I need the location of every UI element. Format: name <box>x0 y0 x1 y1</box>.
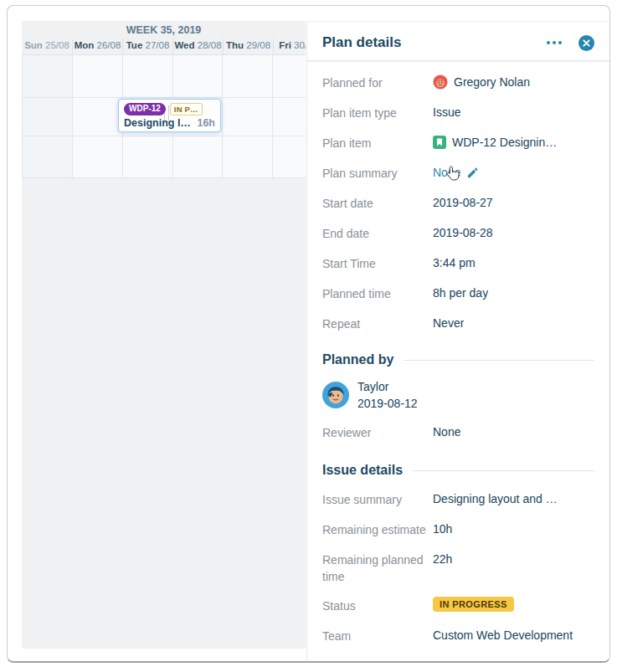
gregory-avatar <box>433 74 448 90</box>
field-remaining-estimate: Remaining estimate 10h <box>322 521 594 539</box>
planned-by-name: Taylor <box>357 378 418 395</box>
end-date-value: 2019-08-28 <box>433 224 493 241</box>
field-remaining-planned-time: Remaining planned time 22h <box>322 551 594 585</box>
day-header-fri: Fri 30/08 <box>273 38 306 54</box>
plan-details-panel: Plan details Planned for Gregory Nolan P… <box>306 21 609 662</box>
section-rule <box>413 470 594 471</box>
calendar-day-cell[interactable] <box>173 55 224 98</box>
field-planned-for: Planned for Gregory Nolan <box>322 74 594 92</box>
day-header-mon: Mon 26/08 <box>72 38 122 54</box>
calendar-day-cell[interactable] <box>23 98 73 136</box>
field-plan-item-type: Plan item type Issue <box>322 104 594 122</box>
field-reviewer: Reviewer None <box>322 423 594 442</box>
calendar-row-1 <box>22 54 306 98</box>
app-window: WEEK 35, 2019 Sun 25/08 Mon 26/08 Tue 27… <box>7 5 610 663</box>
planned-by-date: 2019-08-12 <box>357 395 418 412</box>
section-rule <box>404 360 594 361</box>
event-summary-row: Designing l… 16h <box>124 117 215 130</box>
field-repeat: Repeat Never <box>322 315 594 333</box>
story-icon <box>433 136 446 149</box>
plan-item-value[interactable]: WDP-12 Designin… <box>452 134 557 151</box>
calendar-day-cell[interactable] <box>173 136 224 178</box>
calendar-day-cell[interactable] <box>73 55 123 98</box>
panel-title: Plan details <box>322 34 545 51</box>
close-icon[interactable] <box>578 35 594 51</box>
plan-item-type-value: Issue <box>433 104 460 121</box>
field-plan-summary: Plan summary None <box>322 164 594 182</box>
field-end-date: End date 2019-08-28 <box>322 224 594 243</box>
team-value: Custom Web Development <box>433 627 573 644</box>
planned-time-value: 8h per day <box>433 285 488 301</box>
start-date-value: 2019-08-27 <box>433 194 493 211</box>
field-status: Status IN PROGRESS <box>322 597 594 615</box>
planned-by-section-heading: Planned by <box>322 351 594 368</box>
taylor-avatar <box>322 382 349 408</box>
calendar-row-3 <box>22 136 306 178</box>
calendar-day-cell[interactable] <box>273 136 306 178</box>
calendar-day-cell[interactable] <box>73 98 123 136</box>
day-header-thu: Thu 29/08 <box>223 38 273 54</box>
calendar-day-cell[interactable] <box>223 98 273 136</box>
event-summary: Designing l… <box>124 117 191 130</box>
planned-by-person: Taylor 2019-08-12 <box>322 378 594 412</box>
day-header-tue: Tue 27/08 <box>122 38 172 54</box>
header-divider <box>307 60 609 62</box>
status-badge: IN PROGRESS <box>433 597 514 612</box>
start-time-value: 3:44 pm <box>433 254 476 271</box>
week-title: WEEK 35, 2019 <box>22 21 306 36</box>
field-issue-summary: Issue summary Designing layout and … <box>322 490 594 509</box>
calendar-day-cell[interactable] <box>273 98 306 136</box>
event-status-badge: IN P… <box>170 103 203 115</box>
plan-summary-none-link[interactable]: None <box>433 164 460 181</box>
calendar-day-cell[interactable] <box>273 55 306 98</box>
remaining-estimate-value: 10h <box>433 521 452 537</box>
issue-summary-value: Designing layout and … <box>433 490 558 507</box>
event-hours: 16h <box>197 117 215 130</box>
planned-for-value: Gregory Nolan <box>454 74 530 90</box>
field-start-date: Start date 2019-08-27 <box>322 194 594 213</box>
field-planned-time: Planned time 8h per day <box>322 285 594 303</box>
field-plan-item: Plan item WDP-12 Designin… <box>322 134 594 152</box>
ellipsis-menu-icon[interactable] <box>545 38 563 48</box>
day-header-sun: Sun 25/08 <box>22 38 72 54</box>
panel-header: Plan details <box>322 33 594 52</box>
calendar-day-cell[interactable] <box>23 136 73 178</box>
pencil-icon[interactable] <box>466 167 479 179</box>
calendar-week-view: WEEK 35, 2019 Sun 25/08 Mon 26/08 Tue 27… <box>22 21 306 649</box>
field-team: Team Custom Web Development <box>322 627 594 645</box>
plan-event-card[interactable]: WDP-12 IN P… Designing l… 16h <box>118 99 221 132</box>
event-badges: WDP-12 IN P… <box>124 103 215 115</box>
calendar-day-cell[interactable] <box>123 55 173 98</box>
field-start-time: Start Time 3:44 pm <box>322 254 594 273</box>
calendar-day-cell[interactable] <box>123 136 173 178</box>
calendar-day-cell[interactable] <box>73 136 123 178</box>
calendar-day-cell[interactable] <box>223 55 273 98</box>
calendar-day-cell[interactable] <box>23 55 73 98</box>
calendar-day-cell[interactable] <box>223 136 273 178</box>
issue-details-section-heading: Issue details <box>322 462 594 479</box>
day-header-row: Sun 25/08 Mon 26/08 Tue 27/08 Wed 28/08 … <box>22 38 306 54</box>
remaining-planned-time-value: 22h <box>433 551 452 567</box>
repeat-value: Never <box>433 315 464 331</box>
day-header-wed: Wed 28/08 <box>172 38 223 54</box>
issue-key-badge: WDP-12 <box>124 103 166 115</box>
reviewer-value: None <box>433 423 460 440</box>
